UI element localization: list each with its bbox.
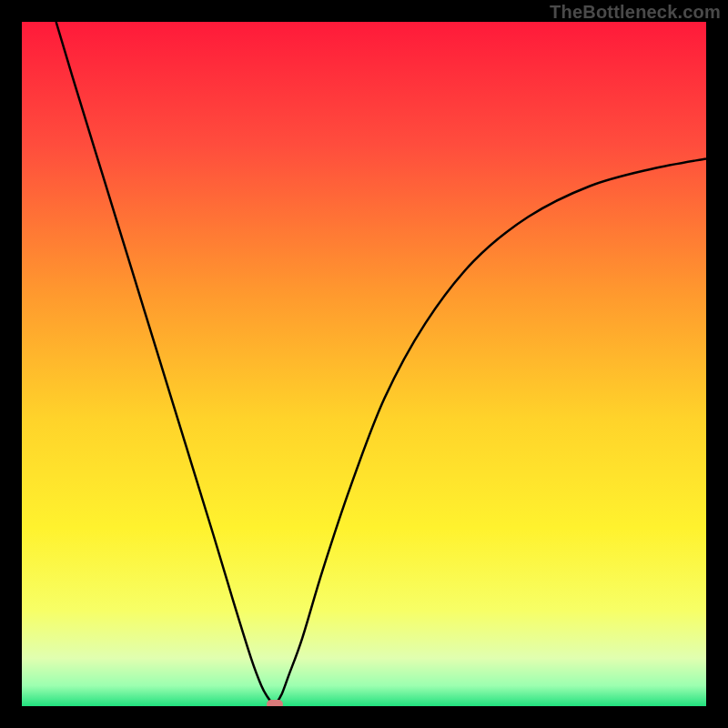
plot-area	[22, 22, 706, 706]
bottleneck-curve	[56, 22, 706, 704]
watermark-text: TheBottleneck.com	[550, 2, 721, 23]
minimum-marker	[267, 700, 283, 706]
chart-frame: TheBottleneck.com	[0, 0, 728, 728]
curve-layer	[22, 22, 706, 706]
